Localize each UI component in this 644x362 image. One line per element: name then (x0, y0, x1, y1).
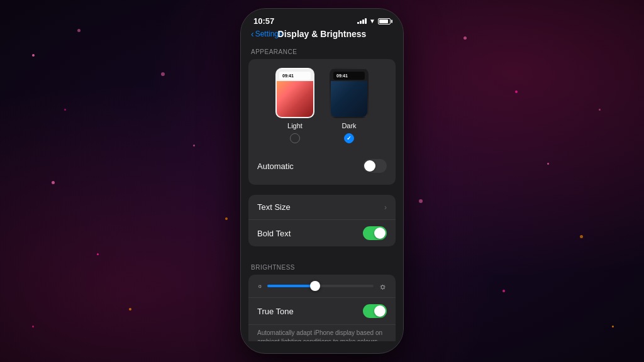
text-size-row[interactable]: Text Size › (248, 195, 396, 220)
text-size-label: Text Size (257, 202, 291, 212)
true-tone-description: Automatically adapt iPhone display based… (248, 325, 396, 341)
light-wallpaper (277, 81, 313, 118)
brightness-slider-row[interactable]: ☼ ☼ (248, 275, 396, 298)
light-theme-option[interactable]: 09:41 Light (275, 68, 314, 143)
brightness-slider-container: ☼ ☼ (257, 281, 387, 291)
back-chevron-icon: ‹ (251, 30, 254, 38)
wifi-icon: ▼ (369, 18, 375, 25)
automatic-row: Automatic (256, 151, 388, 176)
phone-frame: 10:57 ▼ ‹ Settings Display & Brightness … (240, 8, 404, 354)
brightness-fill (267, 285, 315, 287)
light-theme-radio[interactable] (290, 133, 300, 143)
automatic-toggle[interactable] (363, 159, 387, 173)
status-bar: 10:57 ▼ (241, 9, 403, 28)
brightness-group: ☼ ☼ True Tone Automatically adapt iPhone… (248, 275, 396, 341)
status-icons: ▼ (357, 18, 391, 25)
page-title: Display & Brightness (278, 29, 367, 39)
appearance-section: 09:41 Light 09:41 Dark (248, 59, 396, 185)
appearance-section-label: APPEARANCE (241, 41, 403, 59)
toggle-thumb (364, 160, 375, 172)
dark-theme-option[interactable]: 09:41 Dark (330, 68, 369, 143)
dark-theme-label: Dark (341, 122, 356, 129)
scroll-content[interactable]: APPEARANCE 09:41 Light 09:41 (241, 41, 403, 341)
true-tone-toggle[interactable] (363, 304, 387, 318)
signal-icon (357, 18, 367, 24)
true-tone-label: True Tone (257, 307, 294, 316)
light-theme-preview: 09:41 (275, 68, 314, 118)
true-tone-row: True Tone (248, 298, 396, 325)
text-size-right: › (384, 203, 387, 212)
brightness-low-icon: ☼ (257, 283, 262, 289)
text-size-chevron-icon: › (384, 203, 387, 212)
dark-theme-preview: 09:41 (330, 68, 369, 118)
dark-theme-time: 09:41 (333, 72, 365, 80)
bold-text-label: Bold Text (257, 229, 291, 238)
light-theme-time: 09:41 (279, 72, 311, 80)
brightness-track[interactable] (267, 285, 374, 287)
nav-bar: ‹ Settings Display & Brightness (241, 28, 403, 41)
status-time: 10:57 (253, 16, 274, 26)
bold-text-toggle[interactable] (363, 226, 387, 240)
toggle-thumb (374, 305, 386, 317)
automatic-label: Automatic (257, 162, 294, 171)
bold-text-row: Bold Text (248, 220, 396, 246)
light-theme-label: Light (287, 122, 303, 129)
text-display-group: Text Size › Bold Text (248, 195, 396, 246)
theme-options: 09:41 Light 09:41 Dark (256, 68, 388, 143)
battery-icon (378, 18, 391, 25)
brightness-section-label: BRIGHTNESS (241, 256, 403, 275)
brightness-high-icon: ☼ (379, 281, 387, 291)
dark-theme-radio[interactable] (344, 133, 354, 143)
toggle-thumb (374, 228, 386, 239)
dark-wallpaper (331, 81, 367, 118)
brightness-thumb (310, 281, 320, 291)
